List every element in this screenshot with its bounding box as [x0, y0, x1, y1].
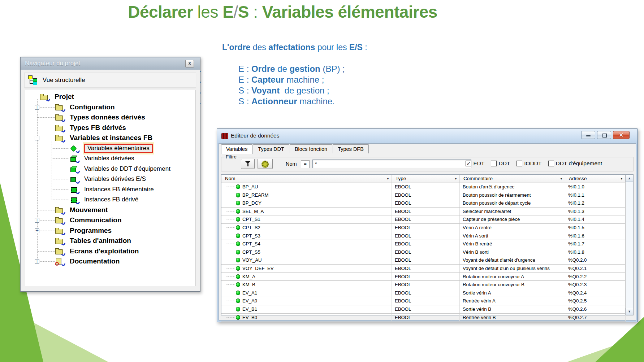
variable-comment-cell[interactable]: Capteur de présence pièce — [460, 215, 565, 223]
variable-comment-cell[interactable]: Rotation moteur convoyeur B — [460, 281, 565, 289]
tree-item[interactable]: Projet — [25, 92, 195, 102]
variable-comment-cell[interactable]: Bouton poussoir de départ cycle — [460, 199, 565, 207]
column-header-type[interactable]: Type — [392, 175, 460, 183]
variable-name-cell[interactable]: EV_B0 — [221, 314, 392, 322]
variable-type-cell[interactable]: EBOOL — [392, 240, 460, 248]
tree-item[interactable]: + Documentation — [25, 256, 195, 267]
variable-type-cell[interactable]: EBOOL — [392, 248, 460, 256]
tree-item[interactable]: Instances FB élémentaire — [25, 184, 195, 195]
table-row[interactable]: SEL_M_A EBOOL Sélecteur marche/arrêt %I0… — [221, 208, 626, 216]
tree-item-label[interactable]: Variables et instances FB — [70, 134, 152, 142]
variable-comment-cell[interactable]: Vérin A sorti — [460, 232, 565, 240]
variable-type-cell[interactable]: EBOOL — [392, 289, 460, 297]
tree-item-label[interactable]: Variables dérivées — [84, 155, 134, 162]
tree-item-label[interactable]: Tables d'animation — [70, 237, 131, 245]
variable-comment-cell[interactable]: Vérin A rentré — [460, 224, 565, 232]
variable-type-cell[interactable]: EBOOL — [392, 256, 460, 264]
checkbox-icon[interactable] — [491, 161, 497, 166]
variable-name-cell[interactable]: KM_B — [221, 281, 392, 289]
expand-toggle-icon[interactable]: + — [35, 218, 39, 223]
type-filter[interactable]: DDT — [491, 160, 510, 167]
tree-item-label[interactable]: Configuration — [70, 103, 115, 111]
scroll-down-icon[interactable]: ▼ — [626, 308, 633, 315]
table-row[interactable]: CPT_S3 EBOOL Vérin A sorti %I0.1.6 — [221, 232, 626, 240]
variable-name-cell[interactable]: EV_B1 — [221, 305, 392, 313]
tree-item[interactable]: Types FB dérivés — [25, 123, 195, 133]
variable-address-cell[interactable]: %I0.1.5 — [565, 224, 626, 232]
tree-item-label[interactable]: Variables dérivées E/S — [84, 175, 146, 183]
table-row[interactable]: KM_B EBOOL Rotation moteur convoyeur B %… — [221, 281, 626, 289]
table-row[interactable]: BP_REARM EBOOL Bouton poussoir de réarme… — [221, 191, 626, 200]
tree-item-label[interactable]: Types données dérivés — [70, 113, 145, 121]
variable-address-cell[interactable]: %Q0.2.3 — [565, 281, 626, 289]
variable-comment-cell[interactable]: Sélecteur marche/arrêt — [460, 208, 565, 215]
name-filter-input[interactable] — [312, 160, 471, 168]
variable-address-cell[interactable]: %I0.1.4 — [565, 215, 626, 223]
variable-comment-cell[interactable]: Vérin B sorti — [460, 248, 565, 256]
variable-name-cell[interactable]: CPT_S4 — [221, 240, 392, 248]
variable-comment-cell[interactable]: Rentrée vérin A — [460, 297, 565, 305]
variable-comment-cell[interactable]: Sortie vérin B — [460, 305, 565, 313]
variable-type-cell[interactable]: EBOOL — [392, 297, 460, 305]
filter-button[interactable] — [241, 159, 255, 169]
type-filter[interactable]: ✓ EDT — [466, 160, 484, 167]
tree-item-label[interactable]: Instances FB élémentaire — [84, 186, 154, 193]
checkbox-icon[interactable] — [548, 161, 554, 166]
minimize-icon[interactable] — [581, 131, 595, 139]
variable-name-cell[interactable]: CPT_S1 — [221, 215, 392, 223]
variable-type-cell[interactable]: EBOOL — [392, 224, 460, 232]
tree-item[interactable]: Mouvement — [25, 205, 195, 215]
tree-item-label[interactable]: Programmes — [70, 227, 112, 235]
maximize-icon[interactable] — [597, 131, 611, 139]
table-row[interactable]: KM_A EBOOL Rotation moteur convoyeur A %… — [221, 273, 626, 281]
variable-type-cell[interactable]: EBOOL — [392, 273, 460, 281]
variable-address-cell[interactable]: %Q0.2.7 — [565, 314, 626, 322]
variable-address-cell[interactable]: %Q0.2.1 — [565, 265, 626, 272]
variable-type-cell[interactable]: EBOOL — [392, 215, 460, 223]
variable-comment-cell[interactable]: Vérin B rentré — [460, 240, 565, 248]
navigator-title-bar[interactable]: Navigateur du projet x — [21, 57, 200, 70]
checkbox-icon[interactable]: ✓ — [466, 161, 471, 166]
variable-comment-cell[interactable]: Voyant de défaut d'un ou plusieurs vérin… — [460, 265, 565, 272]
variable-type-cell[interactable]: EBOOL — [392, 232, 460, 240]
editor-tab[interactable]: Blocs fonction — [290, 144, 332, 153]
editor-title-bar[interactable]: Editeur de données × — [217, 129, 637, 143]
variable-name-cell[interactable]: SEL_M_A — [221, 208, 392, 215]
tree-item-label[interactable]: Communication — [70, 216, 122, 224]
variable-comment-cell[interactable]: Bouton d'arrêt d'urgence — [460, 183, 565, 191]
table-row[interactable]: CPT_S1 EBOOL Capteur de présence pièce %… — [221, 215, 626, 224]
column-header-commentaire[interactable]: Commentaire — [460, 175, 565, 183]
tree-item[interactable]: Variables de DDT d'équipement — [25, 164, 195, 174]
expand-toggle-icon[interactable]: + — [35, 259, 39, 264]
tree-item[interactable]: Variables dérivées E/S — [25, 174, 195, 184]
operator-button[interactable]: = — [301, 160, 310, 168]
column-header-nom[interactable]: Nom — [221, 175, 392, 183]
variable-type-cell[interactable]: EBOOL — [392, 265, 460, 272]
tree-item[interactable]: Ecrans d'exploitation — [25, 246, 195, 257]
editor-tab[interactable]: Types DFB — [333, 144, 369, 153]
tree-item-label[interactable]: Documentation — [70, 257, 120, 265]
variable-name-cell[interactable]: VOY_DEF_EV — [221, 265, 392, 272]
tree-item[interactable]: Tables d'animation — [25, 236, 195, 246]
tree-item[interactable]: Variables élémentaires — [25, 143, 195, 154]
tree-item[interactable]: Types données dérivés — [25, 112, 195, 123]
table-row[interactable]: EV_B1 EBOOL Sortie vérin B %Q0.2.6 — [221, 305, 626, 314]
tree-item-label[interactable]: Ecrans d'exploitation — [70, 247, 139, 255]
type-filter[interactable]: IODDT — [517, 160, 541, 167]
expand-toggle-icon[interactable]: − — [35, 136, 39, 140]
variable-type-cell[interactable]: EBOOL — [392, 208, 460, 215]
expand-toggle-icon[interactable]: + — [35, 228, 39, 233]
variable-name-cell[interactable]: EV_A0 — [221, 297, 392, 305]
tree-item-label[interactable]: Mouvement — [70, 206, 108, 214]
table-row[interactable]: CPT_S5 EBOOL Vérin B sorti %I0.1.8 — [221, 248, 626, 257]
variable-comment-cell[interactable]: Sortie vérin A — [460, 289, 565, 297]
structural-view-bar[interactable]: Vue structurelle — [24, 73, 196, 88]
tree-item[interactable]: + Programmes — [25, 226, 195, 236]
variable-type-cell[interactable]: EBOOL — [392, 199, 460, 207]
variable-address-cell[interactable]: %Q0.2.0 — [565, 256, 626, 264]
variable-address-cell[interactable]: %Q0.2.5 — [565, 297, 626, 305]
table-row[interactable]: VOY_DEF_EV EBOOL Voyant de défaut d'un o… — [221, 265, 626, 273]
tree-item-label[interactable]: Projet — [55, 93, 74, 101]
variable-comment-cell[interactable]: Rotation moteur convoyeur A — [460, 273, 565, 281]
variable-name-cell[interactable]: CPT_S5 — [221, 248, 392, 256]
